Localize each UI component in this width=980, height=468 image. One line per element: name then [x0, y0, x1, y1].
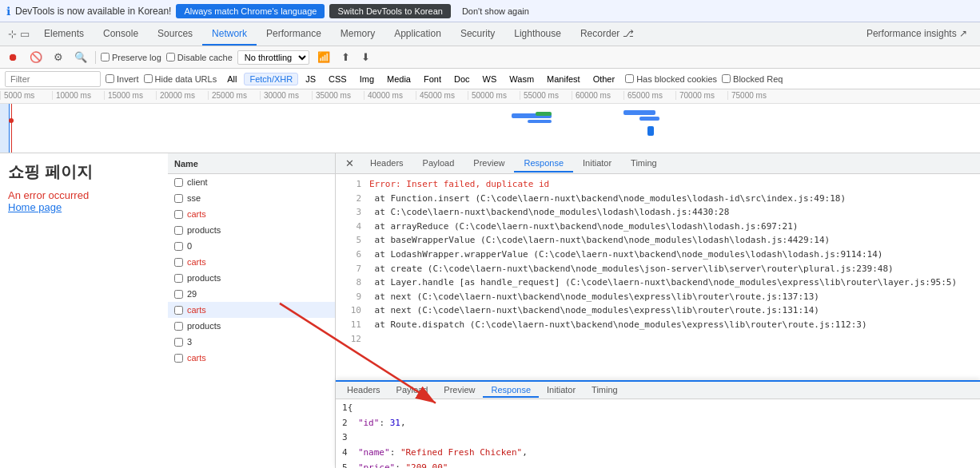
red-line	[11, 104, 12, 153]
type-doc[interactable]: Doc	[448, 73, 476, 85]
throttle-select[interactable]: No throttling	[237, 50, 309, 65]
type-css[interactable]: CSS	[323, 73, 353, 85]
blocked-req-checkbox[interactable]	[722, 74, 731, 83]
request-item[interactable]: carts	[168, 350, 335, 366]
request-checkbox[interactable]	[174, 354, 183, 363]
json-line: 2 "id": 31,	[342, 416, 974, 431]
tab-lighthouse[interactable]: Lighthouse	[504, 23, 571, 46]
bottom-tab-initiator[interactable]: Initiator	[539, 383, 584, 398]
request-item[interactable]: 29	[168, 286, 335, 302]
tab-preview[interactable]: Preview	[464, 155, 514, 173]
request-checkbox[interactable]	[174, 242, 183, 251]
request-item[interactable]: 3	[168, 334, 335, 350]
bottom-tab-preview[interactable]: Preview	[436, 383, 483, 398]
bottom-tab-payload[interactable]: Payload	[388, 383, 436, 398]
switch-devtools-button[interactable]: Switch DevTools to Korean	[329, 4, 450, 18]
tab-performance[interactable]: Performance	[257, 23, 331, 46]
request-item[interactable]: sse	[168, 190, 335, 206]
type-manifest[interactable]: Manifest	[541, 73, 586, 85]
clear-button[interactable]: 🚫	[26, 50, 46, 65]
request-item[interactable]: 0	[168, 238, 335, 254]
type-other[interactable]: Other	[588, 73, 621, 85]
request-name: carts	[187, 257, 206, 267]
request-checkbox[interactable]	[174, 226, 183, 235]
import-icon[interactable]: ⬆	[338, 50, 353, 65]
page-error: An error occurred	[8, 189, 160, 201]
tab-elements[interactable]: Elements	[34, 23, 94, 46]
tick-11: 60000 ms	[572, 91, 623, 100]
invert-checkbox[interactable]	[106, 74, 114, 83]
json-line: 1{	[342, 401, 974, 416]
tab-sources[interactable]: Sources	[148, 23, 202, 46]
type-ws[interactable]: WS	[477, 73, 503, 85]
type-media[interactable]: Media	[381, 73, 416, 85]
type-all[interactable]: All	[221, 73, 242, 85]
request-name: 0	[187, 241, 192, 251]
tab-response[interactable]: Response	[514, 155, 573, 173]
request-item[interactable]: products	[168, 270, 335, 286]
main-layout: 쇼핑 페이지 An error occurred Home page Name …	[0, 153, 980, 468]
type-img[interactable]: Img	[354, 73, 380, 85]
bottom-tab-headers[interactable]: Headers	[339, 383, 388, 398]
request-checkbox[interactable]	[174, 338, 183, 347]
timeline-area: 5000 ms 10000 ms 15000 ms 20000 ms 25000…	[0, 89, 980, 153]
request-checkbox[interactable]	[174, 274, 183, 283]
bottom-tab-response[interactable]: Response	[483, 383, 539, 398]
tick-9: 50000 ms	[468, 91, 520, 100]
timeline-graph[interactable]	[0, 104, 980, 153]
preserve-log-checkbox[interactable]	[101, 53, 110, 61]
disable-cache-checkbox[interactable]	[166, 53, 175, 61]
tab-security[interactable]: Security	[451, 23, 504, 46]
request-item[interactable]: products	[168, 222, 335, 238]
request-checkbox[interactable]	[174, 290, 183, 299]
tab-payload[interactable]: Payload	[413, 155, 464, 173]
request-item[interactable]: carts	[168, 206, 335, 222]
tab-headers[interactable]: Headers	[361, 155, 413, 173]
request-name: products	[187, 273, 221, 283]
request-item[interactable]: carts	[168, 254, 335, 270]
tab-console[interactable]: Console	[94, 23, 148, 46]
cursor-icon[interactable]: ⊹	[8, 28, 17, 40]
device-icon[interactable]: ▭	[20, 28, 30, 40]
type-fetch-xhr[interactable]: Fetch/XHR	[244, 73, 298, 85]
type-font[interactable]: Font	[418, 73, 447, 85]
tab-application[interactable]: Application	[384, 23, 451, 46]
request-item[interactable]: products	[168, 318, 335, 334]
page-content: 쇼핑 페이지 An error occurred Home page	[0, 153, 168, 468]
record-button[interactable]: ⏺	[5, 50, 22, 65]
request-checkbox[interactable]	[174, 178, 183, 187]
bottom-tab-timing[interactable]: Timing	[584, 383, 626, 398]
close-panel-button[interactable]: ✕	[339, 157, 361, 169]
devtools-icons: ⊹ ▭	[3, 28, 34, 40]
type-js[interactable]: JS	[300, 73, 321, 85]
blocked-cookies-checkbox[interactable]	[625, 74, 634, 83]
timeline-bar-3	[536, 112, 552, 116]
request-checkbox[interactable]	[174, 194, 183, 203]
network-toolbar: ⏺ 🚫 ⚙ 🔍 Preserve log Disable cache No th…	[0, 46, 980, 69]
response-line: 3 at C:\code\laern-nuxt\backend\node_mod…	[342, 205, 974, 220]
request-checkbox[interactable]	[174, 306, 183, 315]
hide-data-urls-checkbox[interactable]	[144, 74, 153, 83]
dismiss-button[interactable]: Don't show again	[456, 4, 536, 18]
request-item[interactable]: client	[168, 174, 335, 190]
filter-icon-button[interactable]: ⚙	[50, 50, 66, 65]
tab-network[interactable]: Network	[202, 23, 257, 46]
request-item[interactable]: carts	[168, 302, 335, 318]
tab-timing[interactable]: Timing	[621, 155, 667, 173]
wifi-icon[interactable]: 📶	[314, 50, 333, 65]
search-button[interactable]: 🔍	[71, 50, 90, 65]
request-checkbox[interactable]	[174, 210, 183, 219]
page-home-link[interactable]: Home page	[8, 201, 160, 213]
type-wasm[interactable]: Wasm	[504, 73, 540, 85]
request-checkbox[interactable]	[174, 258, 183, 267]
request-checkbox[interactable]	[174, 322, 183, 331]
tab-recorder[interactable]: Recorder ⎇	[571, 23, 643, 46]
tab-perf-insights[interactable]: Performance insights ↗	[857, 23, 977, 46]
filter-input[interactable]	[5, 71, 101, 87]
tab-memory[interactable]: Memory	[331, 23, 384, 46]
tab-initiator[interactable]: Initiator	[573, 155, 621, 173]
tick-12: 65000 ms	[623, 91, 675, 100]
request-name: carts	[187, 305, 206, 315]
export-icon[interactable]: ⬇	[358, 50, 373, 65]
match-language-button[interactable]: Always match Chrome's language	[176, 4, 325, 18]
